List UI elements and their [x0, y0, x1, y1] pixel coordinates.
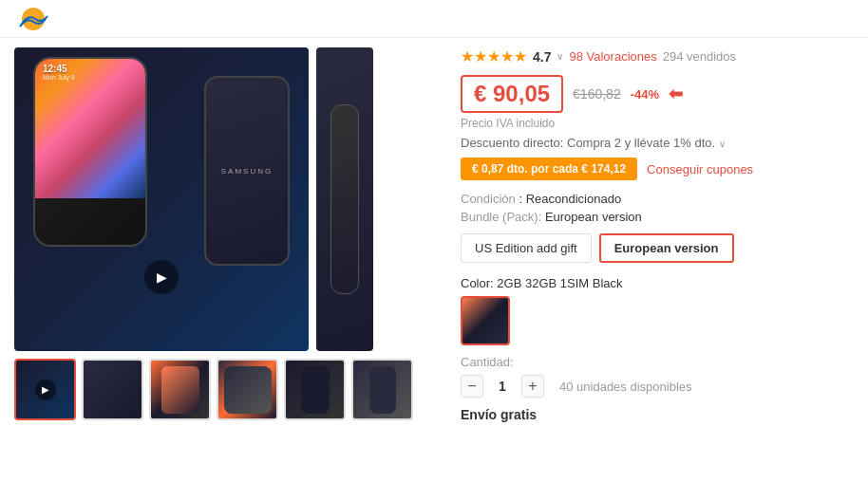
coupon-button[interactable]: € 0,87 dto. por cada € 174,12 [461, 158, 637, 180]
color-label-text: Color: [461, 276, 494, 290]
rating-row: ★★★★★ 4.7 ∨ 98 Valoraciones 294 vendidos [461, 47, 854, 65]
quantity-value: 1 [493, 379, 512, 394]
condition-separator: : [519, 192, 525, 206]
bundle-label: Bundle (Pack): [461, 210, 541, 224]
color-swatch-black[interactable] [461, 296, 510, 345]
quantity-decrease-button[interactable]: − [461, 375, 483, 398]
header [0, 0, 868, 38]
condition-value: Reacondicionado [526, 192, 621, 206]
variant-row: US Edition add gift European version [461, 233, 854, 263]
variant-european[interactable]: European version [599, 233, 734, 263]
variant-us-edition[interactable]: US Edition add gift [461, 233, 592, 263]
discount-badge: -44% [631, 87, 659, 102]
sold-count: 294 vendidos [663, 49, 736, 64]
main-price: € 90,05 [474, 81, 550, 106]
coupon-row: € 0,87 dto. por cada € 174,12 Conseguir … [461, 158, 854, 180]
thumbnail-2[interactable] [82, 359, 143, 420]
rating-dropdown-icon[interactable]: ∨ [557, 51, 563, 62]
main-product-image: 12:45 Mon July 8 SAMSUNG ▶ [14, 47, 309, 351]
color-row: Color: 2GB 32GB 1SIM Black [461, 276, 854, 345]
logo[interactable] [14, 5, 52, 33]
tax-label: Precio IVA incluido [461, 117, 555, 130]
color-label: Color: 2GB 32GB 1SIM Black [461, 276, 854, 290]
bundle-row: Bundle (Pack): European version [461, 210, 854, 224]
free-shipping-label: Envío gratis [461, 407, 854, 422]
price-row: € 90,05 €160,82 -44% ⬅ [461, 75, 854, 113]
product-images: 12:45 Mon July 8 SAMSUNG ▶ ▶ [14, 47, 442, 422]
thumbnail-6[interactable] [351, 359, 413, 420]
quantity-row: Cantidad: − 1 + 40 unidades disponibles [461, 355, 854, 398]
quantity-label: Cantidad: [461, 355, 854, 369]
get-coupons-link[interactable]: Conseguir cupones [647, 162, 753, 176]
thumb-play-icon: ▶ [35, 380, 56, 400]
phone-time: 12:45 [43, 64, 67, 74]
tax-arrow-icon: ⬅ [669, 84, 683, 104]
condition-label: Condición [461, 192, 516, 206]
bundle-value: European version [545, 210, 642, 224]
quantity-available: 40 unidades disponibles [559, 380, 692, 394]
phone-front-image: 12:45 Mon July 8 [33, 57, 147, 247]
bulk-discount-chevron[interactable]: ∨ [719, 139, 726, 149]
condition-row: Condición : Reacondicionado [461, 192, 854, 206]
phone-back-image: SAMSUNG [204, 76, 290, 266]
tax-row: Precio IVA incluido [461, 117, 854, 130]
quantity-controls: − 1 + 40 unidades disponibles [461, 375, 854, 398]
star-rating: ★★★★★ [461, 47, 527, 65]
product-info: ★★★★★ 4.7 ∨ 98 Valoraciones 294 vendidos… [442, 47, 854, 422]
old-price: €160,82 [573, 86, 621, 102]
samsung-logo: SAMSUNG [221, 167, 273, 176]
color-swatches [461, 296, 854, 345]
thumbnail-row: ▶ [14, 359, 442, 420]
quantity-increase-button[interactable]: + [521, 375, 544, 398]
rating-score: 4.7 [533, 49, 551, 65]
review-count[interactable]: 98 Valoraciones [569, 49, 656, 64]
bulk-discount-label: Descuento directo: Compra 2 y llévate 1%… [461, 136, 715, 150]
bulk-discount-row: Descuento directo: Compra 2 y llévate 1%… [461, 136, 854, 150]
color-value: 2GB 32GB 1SIM Black [497, 276, 622, 290]
phone-side-view [330, 104, 359, 294]
price-box: € 90,05 [461, 75, 563, 113]
thumbnail-1[interactable]: ▶ [14, 359, 76, 420]
phone-date: Mon July 8 [43, 74, 75, 81]
side-product-image [316, 47, 373, 351]
thumbnail-5[interactable] [284, 359, 346, 420]
thumbnail-3[interactable] [149, 359, 211, 420]
thumbnail-4[interactable] [217, 359, 278, 420]
play-button[interactable]: ▶ [144, 260, 179, 294]
